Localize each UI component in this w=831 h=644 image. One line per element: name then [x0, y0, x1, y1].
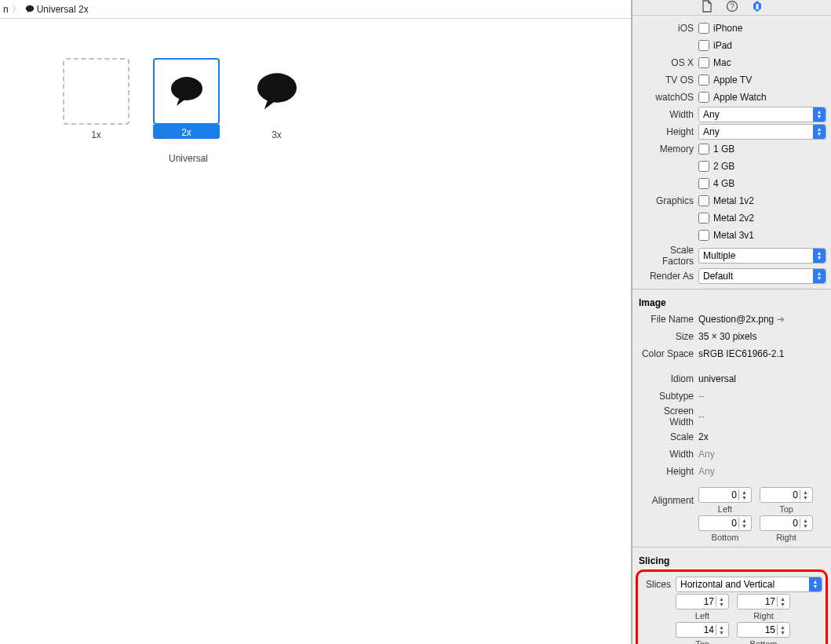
align-right-input[interactable]: ▲▼ [760, 515, 813, 531]
asset-canvas[interactable]: 1x 2x 3x [0, 19, 631, 644]
chevron-up-down-icon: ▲▼ [813, 249, 826, 263]
scale-value: 2x [698, 431, 826, 442]
memory-label: Memory [637, 144, 698, 155]
ipad-checkbox[interactable]: iPad [698, 40, 826, 51]
subtype-value: -- [698, 391, 826, 402]
idiom-value: universal [698, 373, 826, 384]
svg-point-0 [25, 5, 34, 11]
subtype-label: Subtype [637, 391, 698, 402]
img-width-label: Width [637, 449, 698, 460]
speech-bubble-icon [24, 4, 35, 15]
height-label: Height [637, 126, 698, 137]
slicing-section-header: Slicing [639, 555, 826, 566]
slot-2x-selected[interactable] [153, 58, 220, 125]
slices-select[interactable]: Horizontal and Vertical▲▼ [676, 577, 822, 592]
well-label-3x: 3x [243, 128, 310, 142]
image-set-label: Universal [63, 153, 314, 164]
slice-top-input[interactable]: ▲▼ [676, 622, 729, 638]
well-label-2x: 2x [153, 125, 220, 139]
svg-point-1 [171, 77, 202, 100]
mem-2gb-checkbox[interactable]: 2 GB [698, 161, 826, 172]
svg-rect-5 [756, 4, 758, 9]
breadcrumb-item[interactable]: n [3, 4, 9, 15]
graphics-label: Graphics [637, 195, 698, 206]
iphone-checkbox[interactable]: iPhone [698, 23, 826, 34]
slicing-highlight: Slices Horizontal and Vertical▲▼ ▲▼Left … [636, 569, 828, 644]
stepper-icon[interactable]: ▲▼ [777, 596, 788, 607]
speech-bubble-icon [255, 72, 299, 111]
metal-3v1-checkbox[interactable]: Metal 3v1 [698, 230, 826, 241]
chevron-up-down-icon: ▲▼ [813, 125, 826, 139]
breadcrumb[interactable]: n 〉 Universal 2x [0, 0, 631, 19]
chevron-up-down-icon: ▲▼ [809, 577, 822, 591]
color-space-label: Color Space [637, 348, 698, 359]
well-2x[interactable]: 2x [153, 58, 220, 147]
stepper-icon[interactable]: ▲▼ [777, 624, 788, 635]
slice-left-input[interactable]: ▲▼ [676, 594, 729, 609]
scale-label: Scale [637, 431, 698, 442]
stepper-icon[interactable]: ▲▼ [716, 596, 727, 607]
slices-label: Slices [641, 579, 676, 590]
slot-1x-empty[interactable] [63, 58, 129, 125]
canvas-area: n 〉 Universal 2x 1x 2x [0, 0, 632, 644]
screen-width-label: Screen Width [637, 406, 698, 428]
metal-2v2-checkbox[interactable]: Metal 2v2 [698, 213, 826, 224]
width-label: Width [637, 109, 698, 120]
file-name-label: File Name [637, 314, 698, 325]
mac-checkbox[interactable]: Mac [698, 57, 826, 68]
align-left-input[interactable]: ▲▼ [698, 487, 752, 503]
attributes-inspector-icon[interactable] [751, 0, 764, 15]
reveal-file-icon[interactable]: ➜ [777, 314, 785, 325]
color-space-value: sRGB IEC61966-2.1 [698, 348, 826, 359]
help-inspector-icon[interactable]: ? [726, 0, 738, 15]
chevron-up-down-icon: ▲▼ [813, 107, 826, 122]
idiom-label: Idiom [637, 373, 698, 384]
well-1x[interactable]: 1x [63, 58, 129, 147]
stepper-icon[interactable]: ▲▼ [738, 489, 749, 500]
width-select[interactable]: Any▲▼ [698, 107, 826, 122]
inspector-tabs[interactable]: ? [632, 0, 831, 16]
img-height-label: Height [637, 466, 698, 477]
speech-bubble-icon [169, 76, 204, 107]
slot-3x[interactable] [243, 58, 310, 125]
render-as-select[interactable]: Default▲▼ [698, 268, 826, 284]
screen-width-value: -- [698, 411, 826, 422]
render-as-label: Render As [637, 271, 698, 282]
file-inspector-icon[interactable] [701, 0, 713, 15]
align-bottom-input[interactable]: ▲▼ [698, 515, 752, 531]
stepper-icon[interactable]: ▲▼ [716, 624, 727, 635]
breadcrumb-item[interactable]: Universal 2x [37, 4, 89, 15]
svg-point-2 [257, 73, 297, 103]
osx-label: OS X [637, 57, 698, 68]
ios-label: iOS [637, 23, 698, 34]
mem-1gb-checkbox[interactable]: 1 GB [698, 144, 826, 155]
stepper-icon[interactable]: ▲▼ [738, 518, 749, 529]
slice-right-input[interactable]: ▲▼ [737, 594, 790, 609]
scale-factors-label: Scale Factors [637, 245, 698, 267]
appletv-checkbox[interactable]: Apple TV [698, 75, 826, 86]
metal-1v2-checkbox[interactable]: Metal 1v2 [698, 195, 826, 206]
file-name-value: Question@2x.png [698, 314, 774, 325]
attributes-inspector: ? iOS iPhone iPad OS X Mac TV OS Apple T… [632, 0, 831, 644]
breadcrumb-separator: 〉 [12, 2, 21, 16]
scale-factors-select[interactable]: Multiple▲▼ [698, 248, 826, 264]
alignment-label: Alignment [637, 495, 698, 506]
image-section-header: Image [639, 297, 826, 308]
size-value: 35 × 30 pixels [698, 331, 826, 342]
image-wells: 1x 2x 3x [63, 58, 631, 147]
svg-text:?: ? [730, 2, 734, 11]
stepper-icon[interactable]: ▲▼ [800, 518, 811, 529]
size-label: Size [637, 331, 698, 342]
mem-4gb-checkbox[interactable]: 4 GB [698, 178, 826, 189]
img-height-value: Any [698, 466, 826, 477]
watchos-label: watchOS [637, 92, 698, 103]
slice-bottom-input[interactable]: ▲▼ [737, 622, 790, 638]
height-select[interactable]: Any▲▼ [698, 124, 826, 140]
well-3x[interactable]: 3x [243, 58, 310, 147]
well-label-1x: 1x [63, 128, 129, 142]
tvos-label: TV OS [637, 75, 698, 86]
img-width-value: Any [698, 449, 826, 460]
applewatch-checkbox[interactable]: Apple Watch [698, 92, 826, 103]
align-top-input[interactable]: ▲▼ [760, 487, 813, 503]
stepper-icon[interactable]: ▲▼ [800, 489, 811, 500]
